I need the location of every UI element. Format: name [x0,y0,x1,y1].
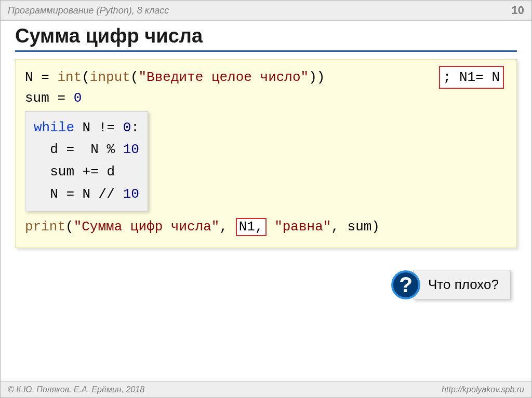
footer-left: © К.Ю. Поляков, Е.А. Ерёмин, 2018 [8,385,144,394]
page-number: 10 [512,4,524,17]
slide-title: Сумма цифр числа [15,25,517,52]
code-line-2: sum = 0 [25,88,507,108]
loop-d: d = N % 10 [34,139,139,161]
code-line-1: N = int(input("Введите целое число")) [25,67,507,88]
slide: Программирование (Python), 8 класс 10 Су… [0,0,532,398]
question-callout: ? Что плохо? [391,270,511,299]
content-area: Сумма цифр числа ; N1= N N = int(input("… [1,21,531,381]
code-print: print("Сумма цифр числа", N1, "равна", s… [25,216,507,237]
question-text: Что плохо? [413,270,511,299]
loop-while: while N != 0: [34,117,139,139]
loop-sum: sum += d [34,161,139,183]
code-block: ; N1= N N = int(input("Введите целое чис… [15,59,517,248]
header-title: Программирование (Python), 8 класс [8,5,169,16]
loop-block: while N != 0: d = N % 10 sum += d N = N … [25,111,148,212]
footer-bar: © К.Ю. Поляков, Е.А. Ерёмин, 2018 http:/… [1,381,531,397]
loop-n: N = N // 10 [34,183,139,205]
header-bar: Программирование (Python), 8 класс 10 [1,1,531,21]
annotation-box-2: N1, [236,218,267,236]
footer-right: http://kpolyakov.spb.ru [442,385,524,394]
question-icon: ? [391,270,420,299]
annotation-box-1: ; N1= N [439,66,504,89]
